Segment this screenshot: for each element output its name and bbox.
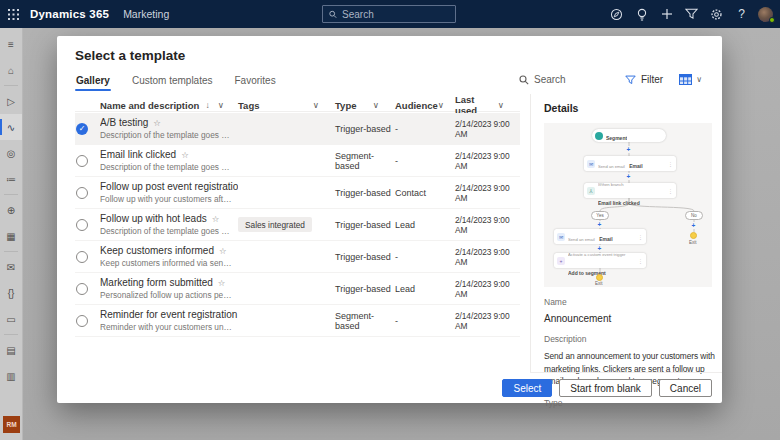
details-heading: Details [544, 102, 710, 114]
help-icon[interactable]: ? [729, 0, 754, 28]
table-row[interactable]: Follow up with hot leads☆ Description of… [75, 209, 520, 241]
journey-start-node: Segment [592, 129, 666, 142]
table-row[interactable]: Email link clicked☆ Description of the t… [75, 145, 520, 177]
chevron-down-icon[interactable]: ∨ [373, 100, 395, 110]
email-icon: ✉ [557, 233, 565, 241]
assets-icon: ▦ [6, 231, 15, 242]
sidebar-item-lists[interactable]: ≔ [0, 166, 22, 192]
email-icon: ✉ [7, 262, 15, 273]
template-search[interactable] [519, 74, 629, 85]
chevron-down-icon[interactable]: ∨ [498, 100, 520, 110]
row-radio[interactable] [76, 251, 88, 263]
waffle-icon[interactable] [0, 0, 26, 28]
library-alt-icon: ▥ [6, 371, 15, 382]
chevron-down-icon[interactable]: ∨ [313, 100, 335, 110]
table-row[interactable]: ✓ A/B testing☆ Description of the templa… [75, 113, 520, 145]
sidebar-item-assets[interactable]: ▦ [0, 223, 22, 249]
journeys-icon: ∿ [7, 122, 15, 133]
global-search-input[interactable] [342, 9, 449, 20]
favorite-star-icon[interactable]: ☆ [153, 118, 161, 128]
email-icon: ✉ [587, 160, 595, 168]
sidebar-item-journeys[interactable]: ∿ [0, 114, 22, 140]
table-row[interactable]: Marketing form submitted☆ Personalized f… [75, 273, 520, 305]
row-radio[interactable] [76, 283, 88, 295]
sort-descending-icon[interactable]: ↓ [206, 100, 210, 110]
details-panel: Details Segment + ✉ [530, 94, 722, 373]
tab-custom-templates[interactable]: Custom templates [131, 72, 214, 91]
table-row[interactable]: Reminder for event registration☆ Reminde… [75, 305, 520, 337]
template-search-input[interactable] [534, 74, 620, 85]
get-started-icon: ▷ [7, 96, 15, 107]
filter-button[interactable]: Filter [625, 74, 663, 85]
sidebar-item-email[interactable]: ✉ [0, 254, 22, 280]
more-options-icon: ⋮ [638, 258, 643, 264]
more-options-icon: ⋮ [638, 234, 643, 240]
user-avatar[interactable] [754, 0, 776, 28]
template-tabs: Gallery Custom templates Favorites [75, 72, 277, 91]
compass-icon[interactable] [604, 0, 629, 28]
table-row[interactable]: Keep customers informed☆ Keep customers … [75, 241, 520, 273]
sidebar-item-library[interactable]: ▤ [0, 337, 22, 363]
select-button[interactable]: Select [502, 379, 552, 397]
table-row[interactable]: Follow up post event registration★ Follo… [75, 177, 520, 209]
favorite-star-icon[interactable]: ☆ [219, 246, 227, 256]
row-radio[interactable] [76, 155, 88, 167]
library-icon: ▤ [6, 345, 15, 356]
sidebar-divider [4, 334, 18, 335]
filter-icon[interactable] [679, 0, 704, 28]
row-radio[interactable] [76, 187, 88, 199]
user-initials-badge[interactable]: RM [3, 416, 20, 433]
tab-favorites[interactable]: Favorites [234, 72, 277, 91]
sidebar-item-code[interactable]: {} [0, 280, 22, 306]
add-icon[interactable] [654, 0, 679, 28]
sidebar-item-analytics[interactable]: ⊕ [0, 197, 22, 223]
favorite-star-icon[interactable]: ☆ [212, 214, 220, 224]
header-audience[interactable]: Audience ∨ [395, 100, 455, 111]
sidebar-divider [4, 194, 18, 195]
cancel-button[interactable]: Cancel [659, 379, 712, 397]
settings-icon[interactable] [704, 0, 729, 28]
row-selected-radio[interactable]: ✓ [76, 123, 88, 135]
footer-divider [530, 372, 722, 373]
code-icon: {} [8, 288, 15, 299]
app-name[interactable]: Marketing [123, 8, 169, 20]
add-step-icon: + [625, 146, 632, 153]
sidebar-item-audience[interactable]: ◎ [0, 140, 22, 166]
analytics-icon: ⊕ [7, 205, 15, 216]
home-icon: ⌂ [8, 65, 14, 76]
template-name: Announcement [544, 313, 710, 324]
audience-icon: ◎ [7, 148, 16, 159]
sidebar-item-chat[interactable]: ▭ [0, 306, 22, 332]
branch-yes-label: Yes [591, 211, 609, 220]
chevron-down-icon[interactable]: ∨ [218, 100, 224, 110]
table-header: Name and description ↓∨ Tags ∨ Type ∨ Au… [75, 94, 520, 112]
favorite-star-icon[interactable]: ☆ [181, 150, 189, 160]
menu-icon: ≡ [8, 39, 14, 50]
dialog-title: Select a template [75, 48, 185, 63]
header-name[interactable]: Name and description ↓∨ [100, 100, 238, 111]
description-label: Description [544, 334, 710, 344]
start-from-blank-button[interactable]: Start from blank [559, 379, 652, 397]
more-options-icon: ⋮ [668, 188, 673, 194]
brand-title[interactable]: Dynamics 365 [30, 8, 109, 20]
template-list: ✓ A/B testing☆ Description of the templa… [75, 113, 520, 337]
sidebar-item-menu[interactable]: ≡ [0, 31, 22, 57]
sidebar-item-library-alt[interactable]: ▥ [0, 363, 22, 389]
tab-gallery[interactable]: Gallery [75, 72, 111, 91]
global-search[interactable] [322, 5, 456, 23]
filter-label: Filter [641, 74, 663, 85]
lightbulb-icon[interactable] [629, 0, 654, 28]
row-radio[interactable] [76, 315, 88, 327]
sidebar-item-home[interactable]: ⌂ [0, 57, 22, 83]
sidebar-item-get-started[interactable]: ▷ [0, 88, 22, 114]
header-type[interactable]: Type ∨ [335, 100, 395, 111]
top-navbar: Dynamics 365 Marketing ? [0, 0, 780, 28]
exit-node [690, 232, 697, 239]
favorite-star-icon[interactable]: ☆ [218, 278, 226, 288]
header-tags[interactable]: Tags ∨ [238, 100, 335, 111]
filter-icon [625, 75, 636, 85]
tag-badge: Sales integrated [238, 217, 312, 232]
exit-label: Exit [595, 281, 603, 286]
row-radio[interactable] [76, 219, 88, 231]
view-selector-button[interactable]: ∨ [679, 74, 702, 85]
